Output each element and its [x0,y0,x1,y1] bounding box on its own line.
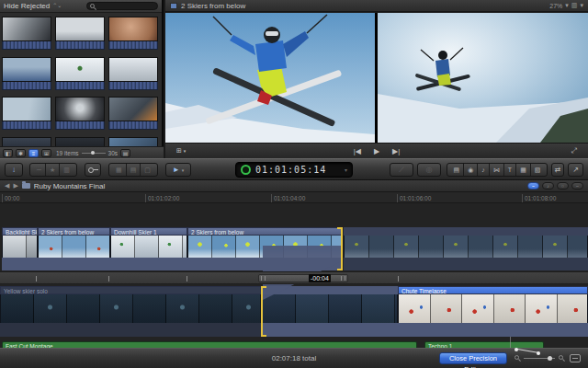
mountains-clip[interactable] [108,57,158,90]
clip-title[interactable]: 2 Skiers from below [187,227,343,236]
history-back-button[interactable]: ◀ [5,182,9,190]
timeline-ruler[interactable]: 00:0001:01:02:0001:01:04:0001:01:06:0001… [0,192,588,203]
trim-handle-right[interactable] [341,276,345,281]
zoom-menu-icon[interactable]: ▾ [565,2,569,9]
blue-scene-clip[interactable] [108,137,158,147]
filmstrip[interactable] [262,294,398,323]
generators-browser-icon[interactable]: ▧ [531,164,545,176]
portrait-mountain-clip[interactable] [2,57,51,90]
themes-browser-icon[interactable]: ▦ [516,164,531,176]
search-input[interactable] [86,2,158,10]
precision-editor-divider[interactable]: -00:04 [0,271,588,284]
heli-passenger-clip[interactable] [108,97,158,130]
filmstrip[interactable] [2,236,38,258]
clip-body[interactable] [344,227,588,236]
favorite-icon[interactable]: ★ [46,164,60,176]
viewer-overlay-menu[interactable]: ⊞ ▾ [171,147,191,155]
close-precision-editor-button[interactable]: Close Precision Editor [439,352,507,364]
cockpit-clip[interactable] [2,17,51,50]
titles-browser-icon[interactable]: T [504,164,516,176]
filmstrip[interactable] [38,236,110,258]
filter-popup[interactable]: Hide Rejected [4,2,50,10]
edit-point-tick[interactable] [36,276,37,282]
rating-group[interactable]: ─★▥ [29,163,77,177]
filmstrip-view-button[interactable]: ≡ [28,149,39,157]
clip-body[interactable] [262,323,588,337]
timecode-menu-icon[interactable]: ▾ [345,167,347,173]
transitions-browser-icon[interactable]: ⋈ [490,164,504,176]
keyword-editor-button[interactable] [85,163,101,177]
out-point-bracket[interactable] [341,227,343,270]
reject-icon[interactable]: ─ [33,164,46,176]
hide-browser-button[interactable]: ◧ [3,149,13,157]
clip-body[interactable] [110,258,187,270]
trim-handle-left[interactable] [261,276,266,281]
trim-slider[interactable] [258,274,348,282]
in-point-bracket[interactable] [261,286,263,337]
clip-title[interactable]: Downhill Skier 1 [110,227,187,236]
clip-title[interactable]: 2 Skiers from below [38,227,110,236]
timeline-zoom-slider[interactable] [524,358,555,359]
music-browser-icon[interactable]: ♪ [478,164,490,176]
edit-point-tick[interactable] [108,276,109,282]
duration-slider[interactable] [82,153,106,154]
skier-flip-clip[interactable] [55,57,105,90]
clip-appearance-button[interactable] [570,354,581,362]
clip-body[interactable] [344,258,588,270]
edit-point-tick[interactable] [187,276,187,282]
clip-title[interactable]: Chute Timelapse [398,286,588,294]
import-button[interactable]: ↓ [5,163,23,177]
next-frame-button[interactable]: ▶| [387,147,405,155]
dashboard[interactable]: 01:01:05:14 ▾ [235,162,353,178]
display-options-icon[interactable]: ▥ [571,2,578,9]
clip-body[interactable] [2,258,38,270]
snapping-toggle[interactable]: – [571,182,583,190]
heli-interior-clip[interactable] [55,97,105,130]
clip-body[interactable] [0,323,261,337]
solo-toggle[interactable]: ○ [557,182,569,190]
display-menu-icon[interactable]: ▾ [580,2,583,9]
filmstrip-frame [62,236,86,258]
skier-slope-clip[interactable] [55,17,105,50]
connect-button[interactable]: ⟋ [390,163,413,177]
filmstrip-icon[interactable]: ▤ [120,149,130,157]
play-button[interactable]: ▶ [368,147,385,155]
clip-tool-a-icon[interactable]: ▦ [112,164,127,176]
clip-tool-b-icon[interactable]: ▤ [127,164,141,176]
filmstrip[interactable] [0,294,261,323]
rating-grid-icon[interactable]: ▥ [60,164,74,176]
select-tool-button[interactable]: ► ▾ [165,163,191,177]
clip-title[interactable]: Yellow skier solo [0,286,261,294]
list-view-button[interactable]: ⊞ [41,149,51,157]
clip-body[interactable] [38,258,110,270]
keyframe-dot[interactable] [537,351,540,355]
project-name[interactable]: Ruby Mountains Final [34,182,105,190]
edit-point-tick[interactable] [398,276,399,282]
clip-title[interactable]: Backlight Skier [2,227,38,236]
photos-browser-icon[interactable]: ▤ [450,164,465,176]
audio-skimming-toggle[interactable]: ♪ [542,182,554,190]
arrange-button[interactable]: ⇄ [551,163,564,177]
clip-tools-group[interactable]: ▦▤▢ [108,163,158,177]
clip-tool-c-icon[interactable]: ▢ [141,164,154,176]
zoom-out-icon[interactable] [514,355,519,360]
ice-climber-clip[interactable] [2,97,51,130]
filmstrip[interactable] [398,294,588,323]
previous-frame-button[interactable]: |◀ [348,147,367,155]
retime-button[interactable]: ◎ [417,163,441,177]
face-closeup-clip[interactable] [108,17,158,50]
night-slope-clip[interactable] [2,137,51,147]
zoom-in-icon[interactable] [559,355,563,360]
filmstrip[interactable] [344,236,588,258]
dark-rider-clip[interactable] [55,137,105,147]
background-tasks-icon[interactable] [241,165,251,175]
share-button[interactable]: ↗ [568,163,583,177]
gear-icon[interactable]: ✱ [16,149,26,157]
history-forward-button[interactable]: ▶ [13,182,17,190]
viewer-zoom-level[interactable]: 27% [549,3,562,9]
camera-import-icon[interactable]: ◉ [464,164,478,176]
keyframe-dot[interactable] [514,348,518,351]
fullscreen-button[interactable]: ⤢ [566,146,582,155]
filmstrip[interactable] [110,236,187,258]
skimming-toggle[interactable]: ~ [527,182,539,190]
